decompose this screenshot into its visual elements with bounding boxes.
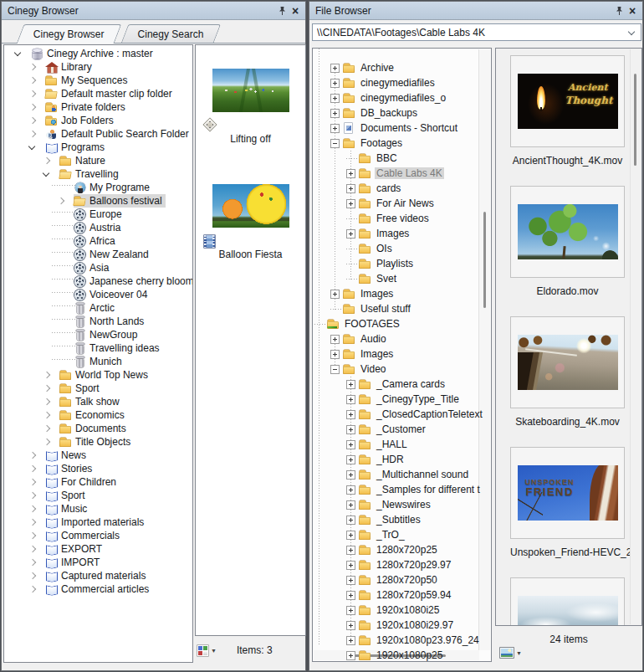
expander-box[interactable]	[346, 425, 355, 434]
tree-node[interactable]: Europe	[74, 208, 125, 221]
folder-tree-item[interactable]: 1280x720p29.97	[313, 557, 491, 572]
expander-box[interactable]	[346, 184, 355, 193]
folder-tree-item[interactable]: _HDR	[313, 452, 491, 467]
expander-box[interactable]	[346, 531, 355, 540]
tree-node[interactable]: Commercials	[45, 529, 123, 542]
tree-node[interactable]: Economics	[59, 408, 128, 422]
tree-item[interactable]: Europe	[4, 208, 192, 221]
folder-tree-item[interactable]: Archive	[313, 60, 491, 75]
tree-item[interactable]: Programs	[4, 141, 192, 154]
folder-tree-item[interactable]: Images	[313, 346, 491, 362]
folder-tree-item[interactable]: _Newswires	[313, 497, 491, 512]
expander-box[interactable]	[346, 621, 355, 630]
folder-tree-item[interactable]: Images	[313, 226, 491, 241]
expander-box[interactable]	[330, 79, 340, 88]
expander-box[interactable]	[346, 576, 355, 585]
expander-box[interactable]	[330, 305, 340, 314]
folder-tree-item[interactable]: For Air News	[313, 196, 491, 211]
tree-item[interactable]: Commercial articles	[4, 582, 192, 596]
expander-box[interactable]	[330, 350, 340, 359]
clip-item[interactable]: Balloon Fiesta	[196, 184, 305, 300]
file-thumbnail[interactable]	[518, 596, 618, 626]
tree-node[interactable]: New Zealand	[74, 248, 152, 261]
tree-node[interactable]: EXPORT	[45, 542, 105, 556]
tree-item[interactable]: Sport	[4, 489, 192, 502]
expander-box[interactable]	[346, 455, 355, 464]
tree-node[interactable]: Asia	[74, 261, 112, 274]
tree-node[interactable]: My Programe	[74, 181, 153, 194]
expander-box[interactable]	[346, 410, 355, 419]
tree-node[interactable]: World Top News	[59, 368, 151, 382]
expander-box[interactable]	[346, 154, 355, 163]
close-icon[interactable]: ×	[626, 4, 639, 18]
expander-box[interactable]	[346, 485, 355, 495]
file-item[interactable]: Ancient Thought AncientThought_4K.mov	[510, 55, 625, 186]
tree-node[interactable]: Nature	[59, 154, 109, 167]
tree-node[interactable]: Voiceover 04	[74, 288, 151, 301]
expander-icon[interactable]	[23, 462, 45, 475]
expander-box[interactable]	[346, 440, 355, 449]
tree-node[interactable]: Library	[45, 60, 95, 74]
tree-item[interactable]: News	[4, 449, 192, 462]
expander-icon[interactable]	[23, 502, 45, 516]
expander-icon[interactable]	[38, 435, 59, 449]
tree-node[interactable]: Sport	[59, 382, 103, 395]
expander-box[interactable]	[346, 259, 355, 269]
folder-tree-item[interactable]: 1280x720p25	[313, 542, 491, 557]
tree-node[interactable]: Private folders	[45, 100, 129, 114]
expander-icon[interactable]	[38, 368, 59, 382]
expander-box[interactable]	[330, 139, 340, 148]
folder-tree-item[interactable]: cards	[313, 181, 491, 196]
tree-node[interactable]: Travelling	[59, 167, 122, 181]
file-item[interactable]: Skateboarding_4K.mov	[510, 316, 625, 447]
tree-item[interactable]: My Sequences	[4, 74, 192, 87]
expander-box[interactable]	[330, 94, 340, 103]
expander-icon[interactable]	[52, 234, 74, 248]
scrollbar-thumb[interactable]	[634, 74, 636, 166]
expander-icon[interactable]	[52, 181, 74, 194]
tree-item[interactable]: Asia	[4, 261, 192, 274]
folder-tree-item[interactable]: _CinegyType_Title	[313, 392, 491, 407]
tree-item[interactable]: Travelling	[4, 167, 192, 181]
tree-node[interactable]: North Lands	[74, 315, 147, 328]
clip-thumbnail[interactable]	[212, 69, 289, 112]
expander-icon[interactable]	[38, 422, 59, 435]
file-thumbnail[interactable]	[518, 335, 618, 390]
tree-item[interactable]: Commercials	[4, 529, 192, 542]
expander-box[interactable]	[314, 320, 324, 329]
expander-box[interactable]	[330, 290, 340, 299]
expander-box[interactable]	[346, 470, 355, 480]
tree-node[interactable]: Programs	[45, 141, 108, 154]
folder-tree-item[interactable]: _TrO_	[313, 527, 491, 542]
tree-node[interactable]: Stories	[45, 462, 95, 475]
tree-node[interactable]: Job Folders	[45, 114, 117, 127]
tree-item[interactable]: Sport	[4, 382, 192, 395]
expander-box[interactable]	[346, 229, 355, 239]
tree-node[interactable]: Munich	[74, 355, 125, 368]
tree-node[interactable]: Commercial articles	[45, 582, 152, 596]
tree-node[interactable]: Imported materials	[45, 516, 147, 529]
folder-tree-item[interactable]: Svet	[313, 271, 491, 286]
tree-item[interactable]: Default master clip folder	[4, 87, 192, 100]
view-mode-button[interactable]: ▼	[197, 645, 217, 656]
tree-node[interactable]: Documents	[59, 422, 130, 435]
folder-tree-item[interactable]: _Subtitles	[313, 512, 491, 527]
folder-tree-item[interactable]: DB_backups	[313, 105, 491, 121]
tree-item[interactable]: My Programe	[4, 181, 192, 194]
tree-node[interactable]: Sport	[45, 489, 89, 502]
folder-tree-item[interactable]: _Customer	[313, 422, 491, 437]
combo-chevron-icon[interactable]	[627, 28, 636, 37]
expander-box[interactable]	[346, 214, 355, 223]
pin-icon[interactable]	[612, 4, 626, 18]
expander-box[interactable]	[346, 651, 355, 660]
expander-icon[interactable]	[52, 261, 74, 274]
expander-box[interactable]	[346, 546, 355, 555]
file-thumbnail[interactable]: UNSPOKEN FRIEND	[518, 465, 618, 521]
tree-node[interactable]: Arctic	[74, 301, 118, 315]
folder-tree-item[interactable]: 1920x1080i25	[313, 603, 491, 618]
tree-item[interactable]: World Top News	[4, 368, 192, 382]
clip-thumbnail[interactable]	[212, 184, 289, 228]
tree-item[interactable]: Cinegy Archive : master	[4, 47, 192, 60]
expander-icon[interactable]	[52, 355, 74, 368]
tree-node[interactable]: Captured materials	[45, 569, 149, 582]
